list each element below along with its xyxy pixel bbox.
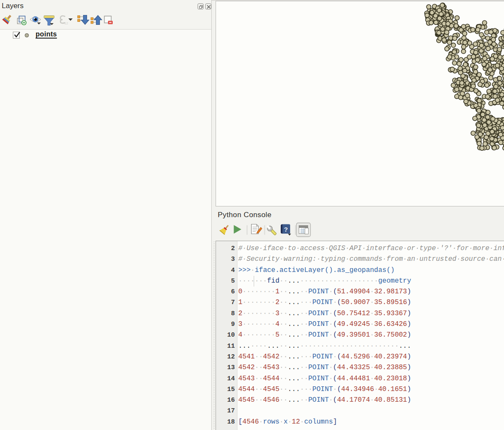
svg-text:12: 12 [64, 21, 68, 25]
svg-text:?: ? [284, 226, 288, 233]
